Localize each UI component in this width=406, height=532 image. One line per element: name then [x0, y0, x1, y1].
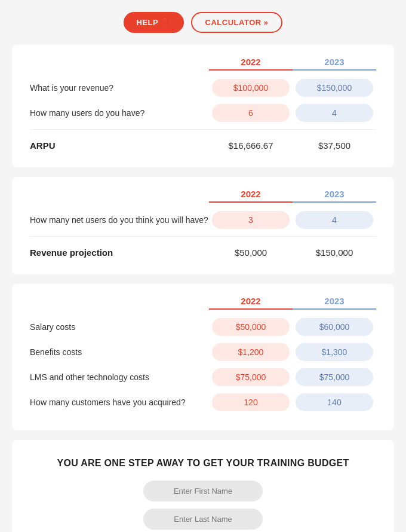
lms-2022-input[interactable]	[212, 368, 290, 386]
revenue-2023-input[interactable]	[296, 79, 373, 97]
users-row: How many users do you have?	[30, 104, 376, 122]
benefits-label: Benefits costs	[30, 347, 209, 357]
calculator-button[interactable]: CALCULATOR »	[191, 12, 283, 33]
customers-inputs	[209, 393, 376, 411]
help-button[interactable]: HELP ❓	[124, 12, 184, 33]
salary-label: Salary costs	[30, 322, 209, 332]
section3-card: 2022 2023 Salary costs Benefits costs LM…	[12, 284, 394, 430]
net-users-label: How many net users do you think you will…	[30, 215, 209, 225]
section3-year2-header: 2023	[293, 296, 376, 310]
revenue-2022-input[interactable]	[212, 79, 290, 97]
arpu-result-row: ARPU $16,666.67 $37,500	[30, 136, 376, 155]
last-name-input[interactable]	[143, 509, 263, 530]
salary-2022-input[interactable]	[212, 318, 290, 336]
section3-year-headers: 2022 2023	[30, 296, 376, 310]
section1-year2-header: 2023	[293, 57, 376, 71]
net-users-2022-input[interactable]	[212, 211, 290, 229]
customers-2022-input[interactable]	[212, 393, 290, 411]
benefits-2022-input[interactable]	[212, 343, 290, 361]
customers-label: How many customers have you acquired?	[30, 398, 209, 407]
section2-card: 2022 2023 How many net users do you thin…	[12, 177, 394, 274]
section2-year2-header: 2023	[293, 189, 376, 203]
benefits-row: Benefits costs	[30, 343, 376, 361]
revenue-inputs	[209, 79, 376, 97]
salary-inputs	[209, 318, 376, 336]
cta-title: YOU ARE ONE STEP AWAY TO GET YOUR TRAINI…	[57, 458, 349, 469]
section1-year1-header: 2022	[209, 57, 293, 71]
users-2023-input[interactable]	[296, 104, 373, 122]
section3-year1-header: 2022	[209, 296, 293, 310]
arpu-2022-value: $16,666.67	[209, 140, 293, 151]
users-label: How many users do you have?	[30, 108, 209, 118]
lms-label: LMS and other technology costs	[30, 372, 209, 382]
revenue-projection-result-row: Revenue projection $50,000 $150,000	[30, 243, 376, 262]
salary-2023-input[interactable]	[296, 318, 373, 336]
customers-2023-input[interactable]	[296, 393, 373, 411]
lms-row: LMS and other technology costs	[30, 368, 376, 386]
users-2022-input[interactable]	[212, 104, 290, 122]
revenue-row: What is your revenue?	[30, 79, 376, 97]
users-inputs	[209, 104, 376, 122]
arpu-values: $16,666.67 $37,500	[209, 140, 376, 151]
revenue-projection-label: Revenue projection	[30, 247, 209, 258]
section1-year-headers: 2022 2023	[30, 57, 376, 71]
rev-proj-2022-value: $50,000	[209, 247, 293, 258]
arpu-label: ARPU	[30, 140, 209, 151]
net-users-row: How many net users do you think you will…	[30, 211, 376, 229]
benefits-2023-input[interactable]	[296, 343, 373, 361]
salary-row: Salary costs	[30, 318, 376, 336]
revenue-label: What is your revenue?	[30, 83, 209, 93]
benefits-inputs	[209, 343, 376, 361]
section2-year1-header: 2022	[209, 189, 293, 203]
net-users-inputs	[209, 211, 376, 229]
lms-2023-input[interactable]	[296, 368, 373, 386]
customers-row: How many customers have you acquired?	[30, 393, 376, 411]
cta-section: YOU ARE ONE STEP AWAY TO GET YOUR TRAINI…	[12, 440, 394, 532]
rev-proj-2023-value: $150,000	[293, 247, 376, 258]
first-name-input[interactable]	[143, 481, 263, 502]
section1-card: 2022 2023 What is your revenue? How many…	[12, 45, 394, 167]
revenue-projection-values: $50,000 $150,000	[209, 247, 376, 258]
section2-year-headers: 2022 2023	[30, 189, 376, 203]
net-users-2023-input[interactable]	[296, 211, 373, 229]
lms-inputs	[209, 368, 376, 386]
arpu-2023-value: $37,500	[293, 140, 376, 151]
